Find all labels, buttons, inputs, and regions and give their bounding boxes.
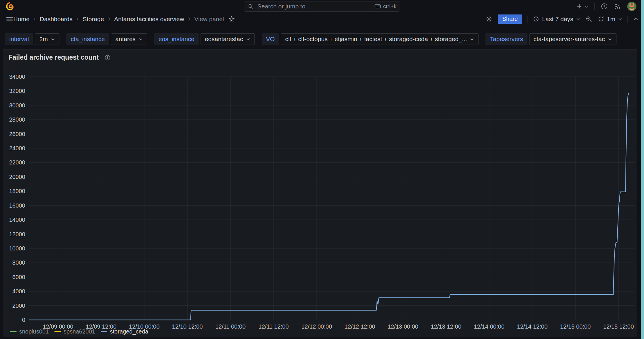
divider [594, 3, 595, 10]
grafana-logo[interactable] [5, 1, 14, 11]
legend-series-color-dash [10, 331, 17, 332]
breadcrumb-item-dashboards[interactable]: Dashboards [40, 16, 72, 23]
favorite-button[interactable] [228, 16, 235, 23]
legend-series-label: storaged_ceda [110, 328, 148, 335]
y-tick-label: 16000 [9, 202, 25, 209]
variable-value-text: eosantaresfac [205, 36, 243, 43]
menu-icon [6, 15, 13, 23]
new-button[interactable] [576, 3, 589, 10]
top-bar: ctrl+k ? [0, 0, 644, 13]
clock-icon [533, 16, 539, 22]
legend-item-spsna62001[interactable]: spsna62001 [54, 328, 95, 335]
variable-value-dropdown[interactable]: cta-tapeserver-antares-fac [529, 33, 616, 45]
panel-failed-archive-request-count: Failed archive request count 02000400060… [3, 49, 637, 337]
chevron-down-icon [608, 37, 612, 41]
x-tick-label: 12/13 12:00 [431, 323, 461, 329]
legend-item-storaged_ceda[interactable]: storaged_ceda [101, 328, 148, 335]
grafana-app: ctrl+k ? [0, 0, 644, 339]
search-input[interactable] [257, 3, 371, 10]
variable-label: eos_instance [154, 33, 199, 45]
variable-value-text: 2m [39, 36, 48, 43]
panel-title: Failed archive request count [8, 54, 99, 61]
time-range-picker[interactable]: Last 7 days [533, 16, 580, 23]
y-tick-label: 30000 [9, 102, 25, 109]
variable-label: VO [262, 33, 279, 45]
help-button[interactable]: ? [601, 3, 608, 10]
x-tick-label: 12/11 00:00 [215, 323, 245, 329]
variable-label: interval [5, 33, 33, 45]
variable-tapeservers: Tapeserverscta-tapeserver-antares-fac [485, 33, 616, 45]
avatar[interactable] [627, 2, 636, 11]
y-tick-label: 20000 [9, 174, 25, 180]
breadcrumb-item-antares-facilities-overview[interactable]: Antares facilities overview [114, 16, 184, 23]
series-line-storaged_ceda [29, 93, 629, 320]
info-icon[interactable] [104, 54, 111, 61]
chart-area[interactable]: 0200040006000800010000120001400016000180… [3, 65, 637, 329]
refresh-icon [598, 16, 604, 22]
zoom-out-button[interactable] [585, 16, 592, 23]
search-box[interactable]: ctrl+k [244, 1, 400, 12]
legend-series-label: spsna62001 [63, 328, 95, 335]
menu-button[interactable] [6, 15, 13, 23]
search-icon [248, 3, 254, 10]
collapse-button[interactable] [633, 16, 639, 22]
variable-value-dropdown[interactable]: 2m [35, 33, 59, 45]
y-tick-label: 8000 [12, 259, 26, 266]
breadcrumb-item-storage[interactable]: Storage [83, 16, 104, 23]
legend-series-color-dash [101, 331, 107, 332]
variable-value-text: antares [115, 36, 136, 43]
y-tick-label: 12000 [9, 231, 25, 237]
svg-text:?: ? [603, 5, 605, 9]
x-tick-label: 12/10 12:00 [172, 323, 203, 329]
gridlines [29, 77, 635, 320]
divider [527, 16, 527, 23]
refresh-picker[interactable]: 1m [598, 16, 622, 23]
variable-vo: VOclf + clf-octopus + etjasmin + factest… [262, 33, 479, 45]
star-icon [228, 16, 235, 23]
y-tick-label: 14000 [9, 217, 25, 223]
y-tick-label: 2000 [12, 303, 26, 309]
y-tick-label: 4000 [12, 288, 26, 294]
y-tick-label: 24000 [9, 145, 25, 151]
time-series-chart: 0200040006000800010000120001400016000180… [3, 65, 637, 329]
toolbar: Share Last 7 days [485, 13, 639, 25]
variable-eos_instance: eos_instanceeosantaresfac [154, 33, 255, 45]
variable-value-text: clf + clf-octopus + etjasmin + factest +… [285, 36, 467, 43]
share-button[interactable]: Share [498, 14, 522, 24]
keyboard-icon [374, 3, 381, 10]
variable-interval: interval2m [5, 33, 59, 45]
axis-tick-labels: 0200040006000800010000120001400016000180… [9, 74, 634, 329]
settings-button[interactable] [485, 15, 493, 23]
variable-cta_instance: cta_instanceantares [66, 33, 147, 45]
news-button[interactable] [614, 3, 621, 10]
breadcrumb-item-home[interactable]: Home [13, 16, 30, 23]
legend-series-label: snoplus001 [19, 328, 49, 335]
chevron-down-icon [584, 4, 589, 9]
legend-series-color-dash [54, 331, 61, 332]
variable-value-dropdown[interactable]: eosantaresfac [201, 33, 255, 45]
y-tick-label: 0 [22, 317, 25, 323]
variable-value-dropdown[interactable]: clf + clf-octopus + etjasmin + factest +… [281, 33, 479, 45]
avatar-image [627, 2, 636, 11]
grafana-flame-icon [5, 2, 14, 11]
scrollbar-thumb[interactable] [641, 0, 644, 339]
variable-value-text: cta-tapeserver-antares-fac [534, 36, 605, 43]
y-tick-label: 6000 [12, 274, 26, 280]
refresh-interval-label: 1m [607, 16, 615, 23]
variable-value-dropdown[interactable]: antares [111, 33, 147, 45]
legend-item-snoplus001[interactable]: snoplus001 [10, 328, 49, 335]
x-tick-label: 12/12 12:00 [345, 323, 375, 329]
y-tick-label: 10000 [9, 245, 25, 252]
breadcrumb-separator-icon [75, 17, 80, 21]
breadcrumb: HomeDashboardsStorageAntares facilities … [13, 16, 224, 23]
dashboard-variables: interval2mcta_instanceantareseos_instanc… [5, 33, 616, 45]
x-tick-label: 12/15 12:00 [603, 323, 634, 329]
chevron-down-icon [246, 37, 250, 41]
y-tick-label: 32000 [9, 88, 25, 94]
x-tick-label: 12/14 00:00 [474, 323, 505, 329]
breadcrumb-separator-icon [32, 17, 37, 21]
breadcrumb-separator-icon [187, 17, 191, 21]
shortcut-label: ctrl+k [383, 3, 396, 10]
chevron-down-icon [139, 37, 143, 41]
chevron-down-icon [51, 37, 55, 41]
